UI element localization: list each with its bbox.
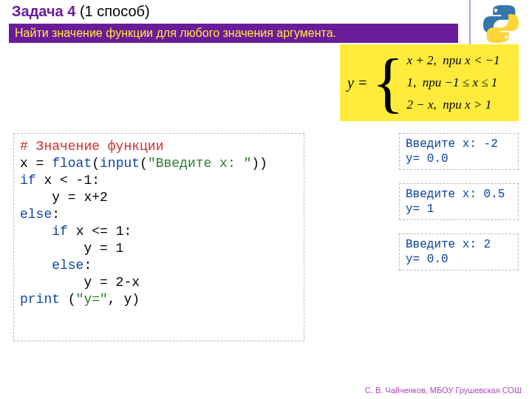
formula-box: y = { x + 2, при x < −1 1, при −1 ≤ x ≤ … — [340, 44, 519, 121]
code-box: # Значение функции x = float(input("Введ… — [13, 133, 304, 341]
code-line: print ("y=", y) — [20, 291, 298, 308]
title-main: Задача 4 — [12, 3, 75, 19]
brace-icon: { — [372, 50, 403, 116]
output-line: y= 1 — [406, 202, 512, 216]
output-line: y= 0.0 — [406, 151, 512, 166]
code-line: # Значение функции — [20, 138, 298, 155]
code-line: else: — [20, 206, 298, 223]
output-box-2: Введите x: 0.5 y= 1 — [399, 183, 519, 220]
code-line: y = 1 — [20, 240, 298, 257]
output-box-1: Введите x: -2 y= 0.0 — [399, 133, 519, 170]
output-line: Введите x: 2 — [406, 237, 512, 252]
code-line: if x <= 1: — [20, 223, 298, 240]
task-banner: Найти значение функции для любого значен… — [9, 24, 458, 43]
code-line: if x < -1: — [20, 172, 298, 189]
formula-lhs: y = — [347, 75, 367, 92]
code-line: x = float(input("Введите x: ")) — [20, 155, 298, 172]
output-box-3: Введите x: 2 y= 0.0 — [399, 233, 519, 270]
output-line: Введите x: -2 — [406, 137, 512, 151]
code-line: else: — [20, 257, 298, 274]
output-line: y= 0.0 — [406, 252, 512, 267]
output-line: Введите x: 0.5 — [406, 187, 512, 202]
formula-cases: x + 2, при x < −1 1, при −1 ≤ x ≤ 1 2 − … — [407, 53, 500, 112]
title-sub: (1 способ) — [75, 3, 149, 19]
footer-credit: С. В. Чайченков, МБОУ Грушевская СОШ — [365, 386, 522, 395]
python-logo-icon — [482, 4, 520, 43]
code-line: y = x+2 — [20, 189, 298, 206]
slide-title: Задача 4 (1 способ) — [12, 3, 150, 20]
code-line: y = 2-x — [20, 274, 298, 291]
